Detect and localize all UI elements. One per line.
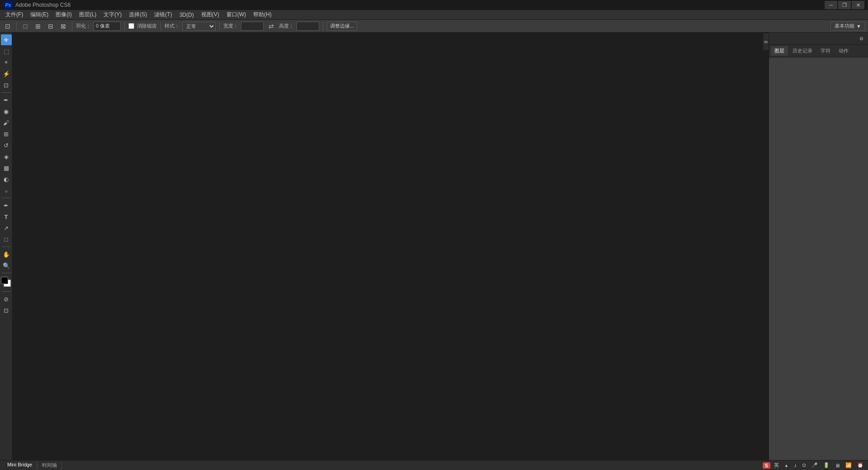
adjust-edge-btn[interactable]: 调整边缘... <box>327 22 357 31</box>
tab-actions[interactable]: 动作 <box>835 46 852 56</box>
right-panel-tabs: 图层 历史记录 字符 动作 <box>769 45 868 57</box>
subtract-selection-btn[interactable]: ⊟ <box>46 21 56 31</box>
menu-bar: 文件(F) 编辑(E) 图像(I) 图层(L) 文字(Y) 选择(S) 滤镜(T… <box>0 10 868 20</box>
move-tool[interactable]: ✛ <box>1 34 12 45</box>
shape-tool[interactable]: □ <box>1 234 12 245</box>
swap-dimensions-btn[interactable]: ⇄ <box>266 21 276 31</box>
new-selection-btn[interactable]: □ <box>20 21 30 31</box>
panel-collapse-btn[interactable]: ≫ <box>763 33 769 51</box>
healing-brush-tool[interactable]: ◉ <box>1 106 12 117</box>
menu-file[interactable]: 文件(F) <box>2 10 27 20</box>
style-select[interactable]: 正常 固定比例 固定大小 <box>182 22 216 31</box>
ps-logo: Ps <box>4 0 13 9</box>
crop-tool[interactable]: ⊡ <box>1 80 12 90</box>
close-button[interactable]: ✕ <box>852 1 864 9</box>
workspace-selector[interactable]: 基本功能 ▼ <box>830 22 865 31</box>
add-selection-btn[interactable]: ⊞ <box>33 21 43 31</box>
color-swatches[interactable] <box>1 277 12 288</box>
tool-separator-4 <box>2 273 11 273</box>
audio-icon[interactable]: ♪ <box>792 461 798 470</box>
separator-3 <box>124 22 125 31</box>
menu-window[interactable]: 窗口(W) <box>223 10 250 20</box>
tab-layers[interactable]: 图层 <box>771 46 788 56</box>
system-tray: S 英 ▲ ♪ ⊙ 🎤 🔋 🖥 📶 ⏰ <box>763 461 865 470</box>
title-bar-controls: ─ ❐ ✕ <box>825 1 864 9</box>
restore-button[interactable]: ❐ <box>838 1 851 9</box>
title-bar: Ps Adobe Photoshop CS6 ─ ❐ ✕ <box>0 0 868 10</box>
main-layout: ✛ ⬚ ⌖ ⚡ ⊡ ✒ ◉ 🖌 ⊞ ↺ ◈ ▦ ◐ ⬦ ✒ T ↗ □ ✋ 🔍 … <box>0 33 868 460</box>
style-label: 样式： <box>165 23 179 29</box>
separator-4 <box>160 22 161 31</box>
lasso-tool[interactable]: ⌖ <box>1 57 12 68</box>
height-input[interactable] <box>297 22 319 31</box>
anti-alias-checkbox[interactable] <box>128 23 134 29</box>
blur-tool[interactable]: ◐ <box>1 174 12 185</box>
tab-mini-bridge[interactable]: Mini Bridge <box>3 461 37 470</box>
battery-icon[interactable]: 🔋 <box>821 461 831 469</box>
path-selection-tool[interactable]: ↗ <box>1 223 12 233</box>
type-tool[interactable]: T <box>1 211 12 222</box>
panel-options-btn[interactable]: ⚙ <box>856 33 866 43</box>
network-icon[interactable]: 📶 <box>844 461 854 469</box>
gradient-tool[interactable]: ▦ <box>1 162 12 173</box>
separator-1 <box>16 22 17 31</box>
menu-text[interactable]: 文字(Y) <box>100 10 125 20</box>
tool-separator-1 <box>2 92 11 93</box>
screen-mode-btn[interactable]: ⊡ <box>1 305 12 316</box>
bottom-area: Mini Bridge 时间轴 S 英 ▲ ♪ ⊙ 🎤 🔋 🖥 📶 ⏰ <box>0 460 868 470</box>
title-bar-left: Ps Adobe Photoshop CS6 <box>4 0 71 9</box>
pen-tool[interactable]: ✒ <box>1 200 12 211</box>
right-panel-content <box>769 57 868 460</box>
menu-layer[interactable]: 图层(L) <box>75 10 100 20</box>
dodge-tool[interactable]: ⬦ <box>1 185 12 196</box>
mic-icon[interactable]: 🎤 <box>810 461 820 469</box>
tool-separator-2 <box>2 198 11 198</box>
tool-separator-5 <box>2 291 11 292</box>
quick-select-tool[interactable]: ⚡ <box>1 68 12 79</box>
feather-input[interactable] <box>94 22 121 31</box>
marquee-tool[interactable]: ⬚ <box>1 46 12 57</box>
input-method-indicator[interactable]: 英 <box>772 461 781 470</box>
menu-filter[interactable]: 滤镜(T) <box>151 10 175 20</box>
right-panel: ≫ ⚙ 图层 历史记录 字符 动作 <box>769 33 868 460</box>
hand-tool[interactable]: ✋ <box>1 249 12 260</box>
sogou-input-icon[interactable]: S <box>763 462 770 469</box>
canvas-area[interactable] <box>13 33 769 460</box>
ime-icon[interactable]: ⊙ <box>800 461 808 469</box>
workspace-label: 基本功能 <box>835 23 854 29</box>
bottom-tabs: Mini Bridge 时间轴 <box>3 461 62 470</box>
feather-label: 羽化： <box>76 23 91 29</box>
foreground-color-swatch[interactable] <box>1 277 8 284</box>
tool-separator-3 <box>2 247 11 247</box>
intersect-selection-btn[interactable]: ⊠ <box>58 21 68 31</box>
tray-expand-btn[interactable]: ▲ <box>783 462 790 469</box>
menu-view[interactable]: 视图(V) <box>198 10 223 20</box>
separator-5 <box>219 22 220 31</box>
menu-image[interactable]: 图像(I) <box>52 10 75 20</box>
width-input[interactable] <box>241 22 264 31</box>
eyedropper-tool[interactable]: ✒ <box>1 95 12 105</box>
separator-2 <box>72 22 72 31</box>
zoom-tool[interactable]: 🔍 <box>1 260 12 271</box>
height-label: 高度： <box>279 23 294 29</box>
history-brush-tool[interactable]: ↺ <box>1 140 12 151</box>
width-label: 宽度： <box>223 23 238 29</box>
display-icon[interactable]: 🖥 <box>833 462 842 469</box>
minimize-button[interactable]: ─ <box>825 1 837 9</box>
menu-help[interactable]: 帮助(H) <box>250 10 275 20</box>
menu-edit[interactable]: 编辑(E) <box>27 10 52 20</box>
brush-tool[interactable]: 🖌 <box>1 117 12 128</box>
clock-icon[interactable]: ⏰ <box>855 461 865 469</box>
tab-character[interactable]: 字符 <box>817 46 834 56</box>
quick-mask-btn[interactable]: ⊘ <box>1 294 12 304</box>
menu-select[interactable]: 选择(S) <box>125 10 151 20</box>
eraser-tool[interactable]: ◈ <box>1 151 12 162</box>
tool-preset-btn[interactable]: ⊡ <box>3 21 13 31</box>
tab-history[interactable]: 历史记录 <box>789 46 816 56</box>
tab-timeline[interactable]: 时间轴 <box>38 461 62 470</box>
clone-stamp-tool[interactable]: ⊞ <box>1 128 12 139</box>
options-bar: ⊡ □ ⊞ ⊟ ⊠ 羽化： 消除锯齿 样式： 正常 固定比例 固定大小 宽度： … <box>0 20 868 33</box>
title-text: Adobe Photoshop CS6 <box>15 2 71 8</box>
menu-3d[interactable]: 3D(D) <box>176 10 198 20</box>
workspace-dropdown-icon: ▼ <box>856 24 861 29</box>
